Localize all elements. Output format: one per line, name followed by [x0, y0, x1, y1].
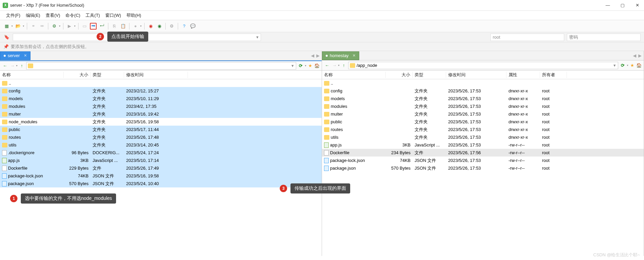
unlink-icon[interactable]: ⚮: [39, 23, 45, 30]
red-circle-icon[interactable]: ◉: [147, 23, 154, 30]
file-row[interactable]: package.json570 BytesJSON 文件2023/5/26, 1…: [322, 164, 644, 172]
file-row[interactable]: app.js3KBJavaScript ...2023/5/26, 17:53-…: [322, 141, 644, 149]
menu-command[interactable]: 命令(C): [63, 12, 82, 19]
file-row[interactable]: ..: [0, 79, 322, 87]
tab-prev-icon[interactable]: ◀: [633, 53, 636, 58]
transfer-back-icon[interactable]: ⮠: [99, 23, 105, 30]
open-folder-icon[interactable]: 📂: [15, 23, 21, 30]
bookmark-icon[interactable]: 🔖: [3, 34, 10, 41]
file-row[interactable]: config文件夹2023/2/12, 15:27: [0, 87, 322, 95]
up-icon[interactable]: ↑: [341, 62, 347, 69]
back-icon[interactable]: ←: [2, 63, 8, 69]
doc-icon[interactable]: ▭: [81, 23, 88, 30]
gear-icon[interactable]: ⚙: [168, 23, 175, 30]
close-tab-icon[interactable]: ✕: [353, 53, 356, 58]
up-icon[interactable]: ↑: [19, 63, 25, 69]
local-file-list[interactable]: ..config文件夹2023/2/12, 15:27models文件夹2023…: [0, 79, 322, 256]
link-icon[interactable]: ⚭: [30, 23, 37, 30]
file-row[interactable]: package-lock.json74KBJSON 文件2023/5/26, 1…: [322, 157, 644, 164]
file-name: ..: [9, 81, 11, 86]
tab-prev-icon[interactable]: ◀: [311, 53, 314, 58]
chat-icon[interactable]: 💬: [190, 23, 196, 30]
paste-icon[interactable]: 📋: [120, 23, 126, 30]
back-icon[interactable]: ←: [324, 62, 330, 69]
col-date[interactable]: 修改时间: [124, 72, 188, 78]
file-row[interactable]: models文件夹2023/5/26, 17:53drwxr-xr-xroot: [322, 95, 644, 102]
remote-list-header: 名称 大小 类型 修改时间 属性 所有者: [322, 71, 644, 79]
forward-icon[interactable]: →: [9, 63, 15, 69]
col-attr[interactable]: 属性: [506, 72, 540, 78]
help-icon[interactable]: ?: [181, 23, 187, 30]
transfer-button[interactable]: ⮕: [90, 23, 97, 30]
col-size[interactable]: 大小: [386, 72, 413, 78]
file-type: 文件夹: [91, 119, 124, 125]
file-name: multer: [9, 112, 21, 117]
col-date[interactable]: 修改时间: [446, 72, 506, 78]
menu-view[interactable]: 查看(V): [44, 12, 62, 19]
menu-tools[interactable]: 工具(T): [84, 12, 102, 19]
username-field[interactable]: [490, 34, 564, 41]
close-tab-icon[interactable]: ✕: [24, 53, 27, 58]
file-row[interactable]: package.json570 BytesJSON 文件2023/5/24, 1…: [0, 180, 322, 187]
col-size[interactable]: 大小: [64, 72, 91, 78]
file-row[interactable]: multer文件夹2023/5/26, 17:53drwxr-xr-xroot: [322, 110, 644, 118]
home-icon[interactable]: 🏠: [314, 63, 320, 68]
file-row[interactable]: .dockerignore96 BytesDOCKERIG...2023/5/2…: [0, 149, 322, 157]
file-row[interactable]: multer文件夹2023/3/16, 19:42: [0, 110, 322, 118]
file-row[interactable]: routes文件夹2023/5/26, 17:53drwxr-xr-xroot: [322, 126, 644, 133]
new-session-icon[interactable]: ▦: [3, 23, 10, 30]
copy-icon[interactable]: ⎘: [111, 23, 118, 30]
file-date: 2023/5/10, 11:29: [124, 96, 188, 101]
col-type[interactable]: 类型: [91, 72, 124, 78]
file-row[interactable]: config文件夹2023/5/26, 17:53drwxr-xr-xroot: [322, 87, 644, 95]
star-icon[interactable]: ★: [630, 63, 634, 68]
maximize-button[interactable]: ▢: [619, 3, 627, 8]
stop-icon[interactable]: ●: [132, 23, 139, 30]
file-row[interactable]: models文件夹2023/5/10, 11:29: [0, 95, 322, 102]
play-icon[interactable]: ▶: [66, 23, 73, 30]
col-type[interactable]: 类型: [413, 72, 446, 78]
file-row[interactable]: ..: [322, 79, 644, 87]
file-name: config: [9, 88, 20, 93]
file-row[interactable]: routes文件夹2023/5/26, 17:48: [0, 133, 322, 141]
menu-edit[interactable]: 编辑(E): [24, 12, 42, 19]
remote-file-list[interactable]: ..config文件夹2023/5/26, 17:53drwxr-xr-xroo…: [322, 79, 644, 256]
remote-tab[interactable]: homestay ✕: [322, 51, 359, 60]
remote-path-input[interactable]: /app_node: [348, 62, 618, 69]
close-button[interactable]: ✕: [633, 3, 641, 8]
home-icon[interactable]: 🏠: [636, 63, 642, 68]
file-row[interactable]: public文件夹2023/5/26, 17:53drwxr-xr-xroot: [322, 118, 644, 126]
file-row[interactable]: utils文件夹2023/5/26, 17:53drwxr-xr-xroot: [322, 133, 644, 141]
password-field[interactable]: [567, 34, 641, 41]
menu-window[interactable]: 窗口(W): [103, 12, 123, 19]
file-row[interactable]: app.js3KBJavaScript ...2023/5/10, 17:14: [0, 157, 322, 164]
menu-help[interactable]: 帮助(H): [124, 12, 143, 19]
file-row[interactable]: public文件夹2023/5/17, 11:44: [0, 126, 322, 133]
forward-icon[interactable]: →: [331, 62, 337, 69]
tab-next-icon[interactable]: ▶: [638, 53, 642, 58]
col-name[interactable]: 名称: [0, 72, 64, 78]
remote-tabstrip: homestay ✕ ◀▶: [322, 51, 644, 60]
file-owner: root: [540, 127, 567, 132]
json-file-icon: [324, 166, 329, 171]
settings-icon[interactable]: ⚙: [51, 23, 58, 30]
green-circle-icon[interactable]: ◉: [156, 23, 163, 30]
file-row[interactable]: modules文件夹2023/4/2, 17:35: [0, 102, 322, 110]
file-row[interactable]: Dockerfile229 Bytes文件2023/5/26, 17:49: [0, 164, 322, 172]
file-type: JSON 文件: [413, 165, 446, 171]
col-owner[interactable]: 所有者: [540, 72, 567, 78]
tab-next-icon[interactable]: ▶: [316, 53, 320, 58]
file-row[interactable]: package-lock.json74KBJSON 文件2023/5/16, 1…: [0, 172, 322, 180]
file-row[interactable]: utils文件夹2023/3/14, 20:45: [0, 141, 322, 149]
menu-file[interactable]: 文件(F): [4, 12, 22, 19]
col-name[interactable]: 名称: [322, 72, 386, 78]
minimize-button[interactable]: —: [604, 3, 612, 8]
file-row[interactable]: modules文件夹2023/5/26, 17:53drwxr-xr-xroot: [322, 102, 644, 110]
local-tab[interactable]: server ✕: [0, 51, 31, 60]
refresh-icon[interactable]: ⟳: [620, 62, 626, 69]
file-row[interactable]: node_modules文件夹2023/5/16, 19:58: [0, 118, 322, 126]
refresh-icon[interactable]: ⟳: [298, 63, 304, 69]
local-path-input[interactable]: [26, 62, 296, 70]
star-icon[interactable]: ★: [308, 63, 312, 68]
file-row[interactable]: Dockerfile234 Bytes文件2023/5/26, 17:56-rw…: [322, 149, 644, 157]
